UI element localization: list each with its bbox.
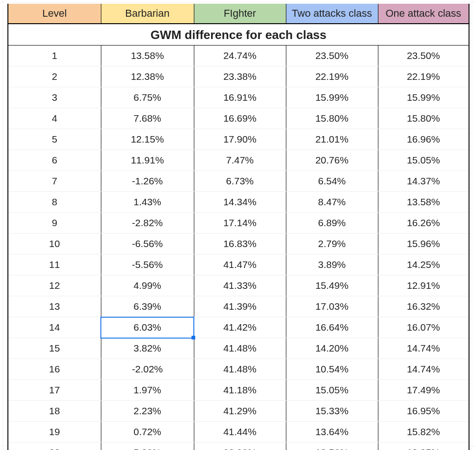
cell-two[interactable]: 16.64% <box>286 317 378 338</box>
cell-barb[interactable]: 12.15% <box>101 129 194 150</box>
col-header-fighter[interactable]: FIghter <box>194 4 286 24</box>
col-header-barbarian[interactable]: Barbarian <box>101 4 194 24</box>
cell-fighter[interactable]: 6.73% <box>194 171 286 192</box>
cell-fighter[interactable]: 16.69% <box>194 108 286 129</box>
cell-level[interactable]: 13 <box>8 296 101 317</box>
cell-barb[interactable]: -6.56% <box>101 234 194 254</box>
cell-two[interactable]: 6.54% <box>286 171 378 192</box>
cell-barb[interactable]: 4.99% <box>101 275 194 296</box>
cell-fighter[interactable]: 23.38% <box>194 66 286 87</box>
cell-barb[interactable]: 1.97% <box>101 380 194 401</box>
cell-level[interactable]: 1 <box>8 46 101 66</box>
cell-one[interactable]: 15.05% <box>378 150 469 171</box>
cell-one[interactable]: 15.82% <box>378 422 469 443</box>
cell-two[interactable]: 15.05% <box>286 380 378 401</box>
cell-two[interactable]: 15.99% <box>286 87 378 108</box>
cell-fighter[interactable]: 41.48% <box>194 338 286 359</box>
cell-fighter[interactable]: 41.33% <box>194 275 286 296</box>
cell-two[interactable]: 21.01% <box>286 129 378 150</box>
cell-one[interactable]: 14.74% <box>378 359 469 380</box>
cell-one[interactable]: 15.80% <box>378 108 469 129</box>
cell-level[interactable]: 9 <box>8 213 101 234</box>
cell-one[interactable]: 14.74% <box>378 338 469 359</box>
cell-fighter[interactable]: 17.14% <box>194 213 286 234</box>
cell-level[interactable]: 6 <box>8 150 101 171</box>
cell-fighter[interactable]: 41.44% <box>194 422 286 443</box>
cell-two[interactable]: 13.64% <box>286 422 378 443</box>
cell-level[interactable]: 10 <box>8 234 101 254</box>
cell-one[interactable]: 14.25% <box>378 254 469 275</box>
cell-barb[interactable]: 0.72% <box>101 422 194 443</box>
cell-level[interactable]: 12 <box>8 275 101 296</box>
cell-one[interactable]: 16.96% <box>378 129 469 150</box>
cell-one[interactable]: 13.58% <box>378 192 469 213</box>
cell-one[interactable]: 23.50% <box>378 46 469 66</box>
cell-two[interactable]: 14.20% <box>286 338 378 359</box>
cell-barb[interactable]: 7.68% <box>101 108 194 129</box>
cell-barb[interactable]: -2.02% <box>101 359 194 380</box>
cell-fighter[interactable]: 41.42% <box>194 317 286 338</box>
col-header-two-attacks[interactable]: Two attacks class <box>286 4 378 24</box>
cell-two[interactable]: 10.54% <box>286 359 378 380</box>
cell-fighter[interactable]: 41.47% <box>194 254 286 275</box>
cell-barb[interactable]: 11.91% <box>101 150 194 171</box>
cell-fighter[interactable]: 17.90% <box>194 129 286 150</box>
cell-level[interactable]: 4 <box>8 108 101 129</box>
cell-two[interactable]: 15.33% <box>286 401 378 422</box>
cell-level[interactable]: 16 <box>8 359 101 380</box>
cell-barb[interactable]: -5.56% <box>101 254 194 275</box>
cell-fighter[interactable]: 7.47% <box>194 150 286 171</box>
cell-barb[interactable]: 12.38% <box>101 66 194 87</box>
cell-barb[interactable]: 13.58% <box>101 46 194 66</box>
cell-level[interactable]: 11 <box>8 254 101 275</box>
cell-two[interactable]: 2.79% <box>286 234 378 254</box>
cell-level[interactable]: 5 <box>8 129 101 150</box>
cell-level[interactable]: 2 <box>8 66 101 87</box>
cell-level[interactable]: 3 <box>8 87 101 108</box>
cell-one[interactable]: 16.95% <box>378 401 469 422</box>
cell-two[interactable]: 8.47% <box>286 192 378 213</box>
cell-two[interactable]: 22.19% <box>286 66 378 87</box>
cell-fighter[interactable]: 24.74% <box>194 46 286 66</box>
cell-two[interactable]: 18.56% <box>286 443 378 450</box>
cell-fighter[interactable]: 14.34% <box>194 192 286 213</box>
cell-level[interactable]: 7 <box>8 171 101 192</box>
cell-fighter[interactable]: 41.18% <box>194 380 286 401</box>
cell-fighter[interactable]: 41.48% <box>194 359 286 380</box>
cell-two[interactable]: 23.50% <box>286 46 378 66</box>
cell-level[interactable]: 18 <box>8 401 101 422</box>
cell-one[interactable]: 15.99% <box>378 87 469 108</box>
cell-two[interactable]: 15.80% <box>286 108 378 129</box>
cell-one[interactable]: 16.26% <box>378 213 469 234</box>
cell-one[interactable]: 15.96% <box>378 234 469 254</box>
col-header-one-attack[interactable]: One attack class <box>378 4 469 24</box>
cell-barb[interactable]: 3.82% <box>101 338 194 359</box>
table-title[interactable]: GWM difference for each class <box>8 24 469 46</box>
cell-fighter[interactable]: 16.83% <box>194 234 286 254</box>
cell-one[interactable]: 22.19% <box>378 66 469 87</box>
cell-one[interactable]: 13.05% <box>378 443 469 450</box>
cell-fighter[interactable]: 93.99% <box>194 443 286 450</box>
cell-two[interactable]: 6.89% <box>286 213 378 234</box>
cell-level[interactable]: 17 <box>8 380 101 401</box>
cell-level[interactable]: 14 <box>8 317 101 338</box>
cell-barb[interactable]: -1.26% <box>101 171 194 192</box>
cell-two[interactable]: 3.89% <box>286 254 378 275</box>
cell-barb[interactable]: -2.82% <box>101 213 194 234</box>
cell-barb[interactable]: 2.23% <box>101 401 194 422</box>
cell-barb[interactable]: 5.09% <box>101 443 194 450</box>
cell-barb[interactable]: 6.39% <box>101 296 194 317</box>
cell-one[interactable]: 17.49% <box>378 380 469 401</box>
cell-fighter[interactable]: 41.29% <box>194 401 286 422</box>
cell-fighter[interactable]: 41.39% <box>194 296 286 317</box>
cell-one[interactable]: 12.91% <box>378 275 469 296</box>
cell-level[interactable]: 19 <box>8 422 101 443</box>
cell-barb[interactable]: 1.43% <box>101 192 194 213</box>
cell-one[interactable]: 16.32% <box>378 296 469 317</box>
cell-two[interactable]: 20.76% <box>286 150 378 171</box>
cell-one[interactable]: 14.37% <box>378 171 469 192</box>
cell-barb[interactable]: 6.75% <box>101 87 194 108</box>
cell-level[interactable]: 15 <box>8 338 101 359</box>
cell-one[interactable]: 16.07% <box>378 317 469 338</box>
cell-barb[interactable]: 6.03% <box>101 317 194 338</box>
